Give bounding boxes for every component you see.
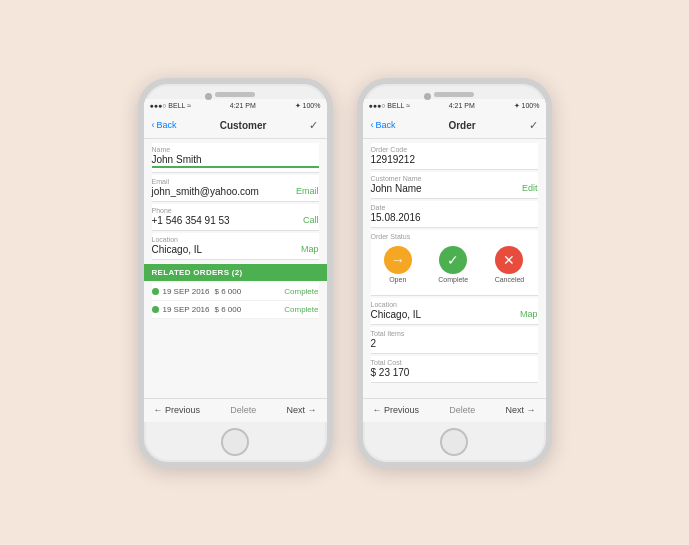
field-order-status: Order Status → Open ✓ Complete ✕ Cancele [371,230,538,296]
order-item-2[interactable]: 19 SEP 2016 $ 6 000 Complete [152,301,319,319]
order-status-2: Complete [284,305,318,314]
nav-title-1: Customer [220,120,267,131]
status-canceled[interactable]: ✕ Canceled [495,246,525,283]
home-button-1[interactable] [221,428,249,456]
field-date-value: 15.08.2016 [371,212,538,223]
order-item-1[interactable]: 19 SEP 2016 $ 6 000 Complete [152,283,319,301]
order-amount-2: $ 6 000 [215,305,242,314]
field-name-label: Name [152,146,319,153]
field-customer-name-value: John Name [371,183,422,194]
next-button-1[interactable]: Next → [286,405,316,415]
check-button-1[interactable]: ✓ [309,119,318,132]
back-chevron-1: ‹ [152,120,155,130]
delete-button-1[interactable]: Delete [230,405,256,415]
order-dot-2 [152,306,159,313]
order-status-1: Complete [284,287,318,296]
bottom-bar-1: ← Previous Delete Next → [144,398,327,422]
field-date: Date 15.08.2016 [371,201,538,228]
order-date-2: 19 SEP 2016 [163,305,210,314]
nav-title-2: Order [448,120,475,131]
edit-action[interactable]: Edit [522,183,538,193]
order-status-options: → Open ✓ Complete ✕ Canceled [371,240,538,289]
status-open-icon: → [384,246,412,274]
status-left-2: ●●●○ BELL ≈ [369,102,411,109]
phone-order: ●●●○ BELL ≈ 4:21 PM ✦ 100% ‹ Back Order … [357,78,552,468]
status-time-2: 4:21 PM [449,102,475,109]
status-canceled-icon: ✕ [495,246,523,274]
phone-camera-2 [424,93,431,100]
back-label-1: Back [157,120,177,130]
field-name: Name John Smith [152,143,319,173]
field-total-cost-value: $ 23 170 [371,367,538,378]
email-action[interactable]: Email [296,186,319,196]
status-open-label: Open [389,276,406,283]
field-email-value: john_smith@yahoo.com [152,186,259,197]
status-time-1: 4:21 PM [230,102,256,109]
field-total-items-label: Total Items [371,330,538,337]
status-bar-2: ●●●○ BELL ≈ 4:21 PM ✦ 100% [363,99,546,113]
phone1-screen: ●●●○ BELL ≈ 4:21 PM ✦ 100% ‹ Back Custom… [144,99,327,422]
bottom-bar-2: ← Previous Delete Next → [363,398,546,422]
phone-speaker [215,92,255,97]
field-email-label: Email [152,178,319,185]
field-phone-value: +1 546 354 91 53 [152,215,230,226]
field-phone: Phone +1 546 354 91 53 Call [152,204,319,231]
field-total-cost: Total Cost $ 23 170 [371,356,538,383]
status-complete[interactable]: ✓ Complete [438,246,468,283]
nav-bar-1: ‹ Back Customer ✓ [144,113,327,139]
field-total-items-value: 2 [371,338,538,349]
map-action-1[interactable]: Map [301,244,319,254]
home-button-2[interactable] [440,428,468,456]
field-email: Email john_smith@yahoo.com Email [152,175,319,202]
field-location-2-value: Chicago, IL [371,309,422,320]
field-order-code-label: Order Code [371,146,538,153]
status-open[interactable]: → Open [384,246,412,283]
back-label-2: Back [376,120,396,130]
delete-button-2[interactable]: Delete [449,405,475,415]
status-left-1: ●●●○ BELL ≈ [150,102,192,109]
map-action-2[interactable]: Map [520,309,538,319]
field-location: Location Chicago, IL Map [152,233,319,260]
call-action[interactable]: Call [303,215,319,225]
field-customer-name-label: Customer Name [371,175,538,182]
phone2-screen: ●●●○ BELL ≈ 4:21 PM ✦ 100% ‹ Back Order … [363,99,546,422]
field-date-label: Date [371,204,538,211]
previous-button-1[interactable]: ← Previous [154,405,201,415]
next-button-2[interactable]: Next → [505,405,535,415]
status-right-2: ✦ 100% [514,102,540,110]
order-date-1: 19 SEP 2016 [163,287,210,296]
field-total-cost-label: Total Cost [371,359,538,366]
field-location-label: Location [152,236,319,243]
field-phone-label: Phone [152,207,319,214]
field-name-value: John Smith [152,154,319,165]
order-left-1: 19 SEP 2016 $ 6 000 [152,287,242,296]
order-left-2: 19 SEP 2016 $ 6 000 [152,305,242,314]
field-customer-name: Customer Name John Name Edit [371,172,538,199]
order-content: Order Code 12919212 Customer Name John N… [363,139,546,398]
check-button-2[interactable]: ✓ [529,119,538,132]
back-chevron-2: ‹ [371,120,374,130]
customer-content: Name John Smith Email john_smith@yahoo.c… [144,139,327,398]
status-right-1: ✦ 100% [295,102,321,110]
previous-button-2[interactable]: ← Previous [373,405,420,415]
order-amount-1: $ 6 000 [215,287,242,296]
back-button-2[interactable]: ‹ Back [371,120,396,130]
field-order-code: Order Code 12919212 [371,143,538,170]
status-bar-1: ●●●○ BELL ≈ 4:21 PM ✦ 100% [144,99,327,113]
related-orders-header: RELATED ORDERS (2) [144,264,327,281]
nav-bar-2: ‹ Back Order ✓ [363,113,546,139]
status-complete-icon: ✓ [439,246,467,274]
field-total-items: Total Items 2 [371,327,538,354]
order-dot-1 [152,288,159,295]
field-order-code-value: 12919212 [371,154,538,165]
phone-speaker-2 [434,92,474,97]
phones-container: ●●●○ BELL ≈ 4:21 PM ✦ 100% ‹ Back Custom… [138,78,552,468]
status-canceled-label: Canceled [495,276,525,283]
field-location-2: Location Chicago, IL Map [371,298,538,325]
field-order-status-label: Order Status [371,233,538,240]
phone-customer: ●●●○ BELL ≈ 4:21 PM ✦ 100% ‹ Back Custom… [138,78,333,468]
field-location-value: Chicago, IL [152,244,203,255]
phone-camera [205,93,212,100]
back-button-1[interactable]: ‹ Back [152,120,177,130]
status-complete-label: Complete [438,276,468,283]
